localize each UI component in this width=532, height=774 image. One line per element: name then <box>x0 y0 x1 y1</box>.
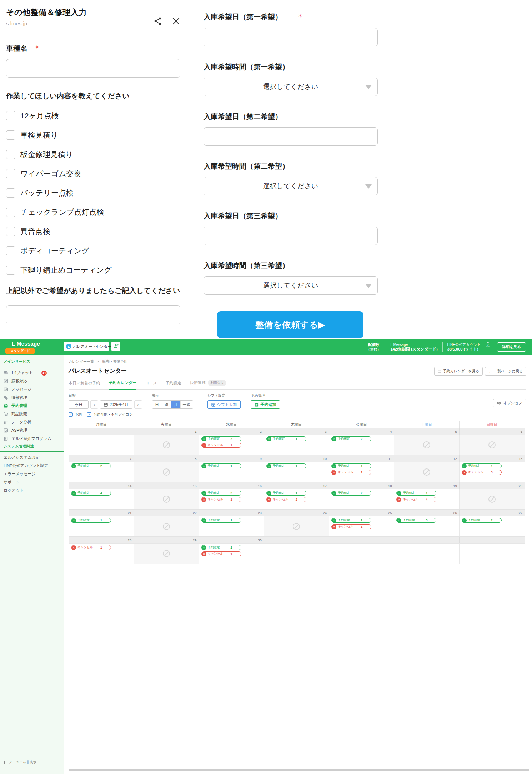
day-cell-12[interactable] <box>394 462 459 482</box>
day-cell-1[interactable] <box>134 435 199 455</box>
confirmed-badge[interactable]: ○予約確定1 <box>396 491 436 496</box>
tab-本日／新着の予約[interactable]: 本日／新着の予約 <box>69 381 100 389</box>
confirmed-badge[interactable]: ○予約確定2 <box>201 436 241 441</box>
day-cell-22[interactable] <box>134 516 199 536</box>
day-cell-8[interactable] <box>134 462 199 482</box>
day-cell-10[interactable]: ○予約確定1 <box>264 462 329 482</box>
checkbox[interactable] <box>6 266 15 275</box>
view-option-一覧[interactable]: 一覧 <box>180 401 193 408</box>
cancel-badge[interactable]: ✕キャンセル1 <box>201 443 241 448</box>
submit-repair-button[interactable]: 整備を依頼する▶ <box>217 311 363 338</box>
confirmed-badge[interactable]: ○予約確定1 <box>266 491 306 496</box>
sidebar-item-ログアウト[interactable]: ログアウト <box>0 486 64 495</box>
day-cell[interactable] <box>460 544 525 564</box>
view-option-週[interactable]: 週 <box>162 401 171 408</box>
share-icon[interactable] <box>153 16 162 26</box>
confirmed-badge[interactable]: ○予約確定2 <box>331 518 371 523</box>
preferred-time-select[interactable]: 選択してください <box>204 276 378 295</box>
checked-checkbox-icon[interactable]: ✓ <box>87 412 91 417</box>
preferred-time-select[interactable]: 選択してください <box>204 177 378 195</box>
add-shift-button[interactable]: シフト追加 <box>207 400 241 409</box>
checkbox[interactable] <box>6 208 15 217</box>
other-request-textarea[interactable] <box>6 305 180 324</box>
confirmed-badge[interactable]: ○予約確定1 <box>201 518 241 523</box>
checkbox[interactable] <box>6 246 15 255</box>
day-cell-25[interactable]: ○予約確定2✕キャンセル1 <box>329 516 394 536</box>
confirmed-badge[interactable]: ○予約確定2 <box>201 545 241 550</box>
details-button[interactable]: 詳細を見る <box>497 342 526 352</box>
day-cell-11[interactable]: ○予約確定1✕キャンセル1 <box>329 462 394 482</box>
sidebar-item-情報管理[interactable]: 情報管理 <box>0 393 64 402</box>
checkbox[interactable] <box>6 150 15 159</box>
account-selector[interactable]: L パレスオートセンター <box>64 342 109 351</box>
day-cell-2[interactable]: ○予約確定2✕キャンセル1 <box>199 435 264 455</box>
today-button[interactable]: 今日 <box>69 400 89 409</box>
day-cell-24[interactable] <box>264 516 329 536</box>
day-cell[interactable] <box>69 435 134 455</box>
cancel-badge[interactable]: ✕キャンセル1 <box>201 497 241 502</box>
confirmed-badge[interactable]: ○予約確定3 <box>396 518 436 523</box>
sidebar-item-ASP管理[interactable]: ASP管理 <box>0 426 64 435</box>
preferred-date-input[interactable] <box>204 227 378 245</box>
day-cell-3[interactable]: ○予約確定1 <box>264 435 329 455</box>
sidebar-item-商品販売[interactable]: 商品販売 <box>0 410 64 418</box>
preferred-time-select[interactable]: 選択してください <box>204 78 378 96</box>
checkbox[interactable] <box>6 227 15 236</box>
preferred-date-input[interactable] <box>204 127 378 146</box>
checkbox[interactable] <box>6 130 15 140</box>
day-cell-5[interactable] <box>394 435 459 455</box>
day-cell-28[interactable]: ✕キャンセル1 <box>69 544 134 564</box>
confirmed-badge[interactable]: ○予約確定1 <box>71 518 111 523</box>
vehicle-input[interactable] <box>6 59 180 78</box>
confirmed-badge[interactable]: ○予約確定2 <box>201 491 241 496</box>
sidebar-item-エルメ紹介プログラム[interactable]: エルメ紹介プログラム <box>0 435 64 443</box>
confirmed-badge[interactable]: ○予約確定1 <box>331 463 371 468</box>
day-cell-6[interactable] <box>460 435 525 455</box>
day-cell-20[interactable] <box>460 489 525 509</box>
cancel-badge[interactable]: ✕キャンセル3 <box>462 470 502 475</box>
confirmed-badge[interactable]: ○予約確定2 <box>462 518 502 523</box>
confirmed-badge[interactable]: ○予約確定2 <box>331 436 371 441</box>
prev-month-button[interactable]: ‹ <box>90 400 98 409</box>
help-icon[interactable]: ? <box>486 342 490 347</box>
breadcrumb-link[interactable]: カレンダー一覧 <box>69 359 94 364</box>
day-cell-21[interactable]: ○予約確定1 <box>69 516 134 536</box>
day-cell[interactable] <box>394 544 459 564</box>
checkbox[interactable] <box>6 188 15 198</box>
month-picker-button[interactable]: 2025年4月 <box>100 400 132 409</box>
day-cell-18[interactable]: ○予約確定2 <box>329 489 394 509</box>
sidebar-item-エラーメッセージ[interactable]: エラーメッセージ <box>0 470 64 478</box>
day-cell-17[interactable]: ○予約確定1✕キャンセル2 <box>264 489 329 509</box>
sidebar-item-LINE公式アカウント設定[interactable]: LINE公式アカウント設定 <box>0 462 64 470</box>
add-friend-button[interactable] <box>111 342 120 351</box>
confirmed-badge[interactable]: ○予約確定1 <box>266 463 306 468</box>
day-cell-23[interactable]: ○予約確定1 <box>199 516 264 536</box>
day-cell-19[interactable]: ○予約確定1✕キャンセル4 <box>394 489 459 509</box>
confirmed-badge[interactable]: ○予約確定4 <box>71 491 111 496</box>
sidebar-item-メッセージ[interactable]: メッセージ <box>0 385 64 393</box>
cancel-badge[interactable]: ✕キャンセル4 <box>396 497 436 502</box>
day-cell-7[interactable]: ○予約確定2 <box>69 462 134 482</box>
day-cell[interactable] <box>329 544 394 564</box>
cancel-badge[interactable]: ✕キャンセル2 <box>266 497 306 502</box>
add-reservation-button[interactable]: 予約追加 <box>251 400 280 409</box>
day-cell-16[interactable]: ○予約確定2✕キャンセル1 <box>199 489 264 509</box>
tab-予約設定[interactable]: 予約設定 <box>166 381 181 389</box>
confirmed-badge[interactable]: ○予約確定1 <box>462 463 502 468</box>
tab-コース[interactable]: コース <box>145 381 157 389</box>
sidebar-item-エルメシステム設定[interactable]: エルメシステム設定 <box>0 453 64 462</box>
day-cell-9[interactable]: ○予約確定1 <box>199 462 264 482</box>
tab-予約カレンダー[interactable]: 予約カレンダー <box>109 380 136 390</box>
cancel-badge[interactable]: ✕キャンセル1 <box>331 524 371 529</box>
day-cell-4[interactable]: ○予約確定2 <box>329 435 394 455</box>
hide-menu-button[interactable]: メニューを非表示 <box>4 760 36 765</box>
day-cell-27[interactable]: ○予約確定2 <box>460 516 525 536</box>
cancel-badge[interactable]: ✕キャンセル1 <box>201 551 241 556</box>
sidebar-item-1:1チャット[interactable]: 1:1チャット14 <box>0 369 64 377</box>
options-button[interactable]: オプション <box>493 399 526 407</box>
sidebar-item-顧客対応[interactable]: 顧客対応 <box>0 377 64 385</box>
view-reservation-calendar-button[interactable]: 予約カレンダーを見る <box>434 367 483 376</box>
cancel-badge[interactable]: ✕キャンセル1 <box>71 545 111 550</box>
preferred-date-input[interactable] <box>204 28 378 46</box>
back-to-list-button[interactable]: ←一覧ページに戻る <box>485 367 526 376</box>
